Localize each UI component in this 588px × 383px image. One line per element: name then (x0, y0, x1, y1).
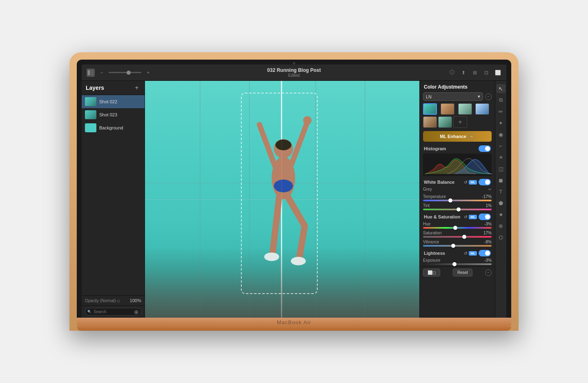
hue-saturation-header: Hue & Saturation ↺ ML (420, 212, 495, 221)
zoom-tool-icon[interactable]: ⊕ (497, 221, 506, 230)
preset-thumb-6[interactable] (438, 116, 452, 128)
eye-tool-icon[interactable]: ◉ (497, 130, 506, 139)
layer-item-shot023[interactable]: Shot 023 (82, 108, 145, 121)
add-preset-button[interactable]: + (453, 116, 467, 128)
remove-preset-button[interactable]: − (485, 94, 492, 100)
svg-line-8 (292, 122, 307, 165)
svg-point-14 (291, 257, 306, 265)
reset-button[interactable]: Reset (453, 269, 472, 276)
preset-row2: + (420, 116, 495, 129)
vibrance-slider[interactable] (423, 245, 492, 247)
histogram-toggle[interactable] (479, 145, 491, 152)
stamp-tool-icon[interactable]: ◼ (497, 176, 506, 185)
panel-bottom-toolbar: ⬜◻ Reset − (420, 266, 495, 278)
opacity-value: 100% (130, 298, 141, 303)
preset-thumb-1[interactable] (423, 103, 437, 115)
screen: − + 032 Running Blog Post Edited ⓘ ⬆ ⊞ ⊡… (82, 65, 506, 318)
layers-tool-icon[interactable]: ⧉ (497, 96, 506, 105)
saturation-row: Saturation 17% (420, 230, 495, 238)
cursor-tool-icon[interactable]: ↖ (497, 84, 506, 93)
wb-toggle[interactable] (479, 179, 491, 185)
hue-row: Hue -3% (420, 221, 495, 229)
lightness-toggle[interactable] (479, 250, 491, 256)
pencil-tool-icon[interactable]: ⌐ (497, 141, 506, 150)
tint-handle[interactable] (457, 207, 461, 212)
mask-tool-icon[interactable]: ⬟ (497, 198, 506, 207)
color-adjustments-title: Color Adjustments (420, 81, 495, 91)
lightness-reset-icon[interactable]: ↺ (464, 251, 467, 256)
saturation-label: Saturation (423, 231, 442, 235)
info-icon[interactable]: ⓘ (448, 69, 456, 76)
svg-rect-2 (91, 72, 94, 73)
svg-line-7 (260, 125, 276, 167)
lightness-controls: ↺ ML (464, 250, 491, 256)
brush-tool-icon[interactable]: ✏ (497, 107, 506, 116)
svg-line-10 (273, 196, 279, 252)
search-filter-icon[interactable]: ⊕ (134, 309, 139, 315)
eraser-tool-icon[interactable]: ◫ (497, 164, 506, 173)
temperature-handle[interactable] (448, 198, 452, 203)
lightness-header: Lightness ↺ ML (420, 248, 495, 257)
star-tool-icon[interactable]: ★ (497, 210, 506, 219)
adjust-tool-icon[interactable]: ⌬ (497, 233, 506, 242)
svg-point-15 (274, 180, 293, 192)
preset-thumb-2[interactable] (441, 103, 454, 115)
saturation-value: 17% (483, 231, 492, 235)
sidebar-toggle-icon[interactable] (87, 69, 95, 77)
export-icon[interactable]: ⊞ (471, 69, 479, 76)
layer-item-background[interactable]: Background (82, 121, 145, 134)
wb-reset-icon[interactable]: ↺ (464, 180, 467, 185)
layer-thumb-shot022 (85, 97, 96, 106)
sun-tool-icon[interactable]: ☀ (497, 153, 506, 162)
temperature-label: Temperature (423, 194, 446, 199)
zoom-slider[interactable] (109, 72, 141, 73)
grey-picker-icon[interactable]: ✏ (488, 187, 492, 192)
saturation-handle[interactable] (462, 235, 466, 239)
macbook-label: MacBook Air (277, 319, 311, 325)
preset-grid (420, 102, 495, 116)
wand-tool-icon[interactable]: ✦ (497, 118, 506, 127)
hs-toggle[interactable] (479, 214, 491, 220)
exposure-slider[interactable] (423, 263, 492, 265)
macbook-outer: − + 032 Running Blog Post Edited ⓘ ⬆ ⊞ ⊡… (69, 52, 519, 331)
search-input[interactable] (85, 308, 141, 316)
layer-name-shot023: Shot 023 (99, 112, 117, 117)
tint-slider[interactable] (423, 209, 492, 210)
share-icon[interactable]: ⬆ (460, 69, 467, 76)
exposure-label: Exposure (423, 258, 440, 263)
panel-minimize-button[interactable]: − (485, 269, 492, 276)
exposure-handle[interactable] (452, 262, 457, 266)
athlete-canvas (145, 81, 419, 318)
fullscreen-icon[interactable]: ⬜ (494, 69, 501, 76)
preset-thumb-3[interactable] (458, 103, 472, 115)
screen-bezel: − + 032 Running Blog Post Edited ⓘ ⬆ ⊞ ⊡… (77, 60, 511, 318)
layer-thumb-bg (85, 123, 96, 132)
preset-thumb-4[interactable] (475, 103, 489, 115)
layers-view-button[interactable]: ⬜◻ (423, 269, 440, 276)
hs-reset-icon[interactable]: ↺ (464, 215, 467, 219)
ml-enhance-remove[interactable]: − (468, 133, 475, 140)
vibrance-handle[interactable] (451, 244, 455, 248)
main-area: Layers + Shot 022 Shot 023 Background (82, 81, 506, 318)
histogram-label: Histogram (424, 146, 446, 151)
preset-dropdown[interactable]: LN ▾ (423, 92, 483, 101)
hue-handle[interactable] (453, 226, 457, 230)
type-tool-icon[interactable]: T (497, 187, 506, 196)
layers-spacer (82, 134, 145, 295)
search-row: ⊕ (82, 305, 145, 318)
toolbar-center: 032 Running Blog Post Edited (152, 67, 436, 78)
tools-panel: ↖ ⧉ ✏ ✦ ◉ ⌐ ☀ ◫ ◼ T ⬟ ★ ⊕ ⌬ (495, 81, 506, 318)
export2-icon[interactable]: ⊡ (483, 69, 490, 76)
preset-thumb-5[interactable] (423, 116, 437, 128)
hue-slider[interactable] (423, 227, 492, 229)
svg-line-11 (288, 196, 305, 226)
tint-label: Tint (423, 203, 430, 208)
zoom-minus-icon[interactable]: − (98, 69, 105, 76)
ml-enhance-button[interactable]: ML Enhance − (423, 131, 492, 142)
add-layer-button[interactable]: + (133, 84, 140, 91)
vibrance-value: -8% (484, 240, 492, 244)
saturation-slider[interactable] (423, 236, 492, 238)
zoom-plus-icon[interactable]: + (145, 69, 152, 76)
temperature-slider[interactable] (423, 200, 492, 201)
layer-item-shot022[interactable]: Shot 022 (82, 95, 145, 108)
